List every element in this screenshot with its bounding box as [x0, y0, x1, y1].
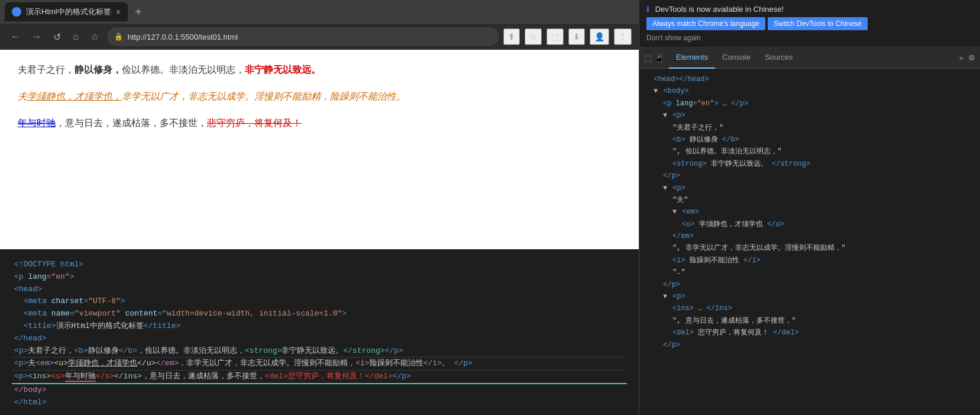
elem-p1-text2: ", 俭以养德。非淡泊无以明志，"	[670, 146, 978, 157]
body-triangle[interactable]: ▼	[654, 85, 658, 97]
p1-mid: 俭以养德。非淡泊无以明志，	[122, 65, 245, 75]
tab-sources[interactable]: Sources	[758, 47, 800, 69]
home-button[interactable]: ⌂	[69, 29, 82, 44]
inspect-buttons: ⬚ 📱	[644, 53, 664, 63]
dont-show-again-button[interactable]: Don't show again	[646, 34, 973, 42]
bookmark-button[interactable]: ☆	[87, 29, 102, 45]
elem-p1-text1: "夫君子之行，"	[670, 122, 978, 134]
p2-em: 学须静也，才须学也，	[27, 91, 122, 101]
fav-button[interactable]: ☆	[525, 28, 542, 45]
main-layout: 演示Html中的格式化标签 × + ← → ↺ ⌂ ☆ 🔒 http://127…	[0, 0, 980, 415]
src-line-6: <title>演示Html中的格式化标签</title>	[21, 320, 627, 333]
elem-strong[interactable]: <strong> 非宁静无以致远。 </strong>	[670, 158, 978, 170]
devtools-banner: ℹ DevTools is now available in Chinese! …	[639, 0, 980, 47]
devtools-panel: ℹ DevTools is now available in Chinese! …	[639, 0, 980, 415]
nav-bar: ← → ↺ ⌂ ☆ 🔒 http://127.0.0.1:5500/test01…	[0, 24, 639, 50]
src-p-lang: <p lang="en">	[14, 272, 74, 281]
tab-elements[interactable]: Elements	[669, 47, 715, 69]
p1-triangle[interactable]: ▼	[663, 111, 667, 120]
elem-p3[interactable]: ▼ <p>	[661, 291, 978, 303]
p3-mid: ，意与日去，遂成枯落，多不接世，	[56, 118, 207, 128]
lock-icon: 🔒	[114, 33, 123, 41]
elem-p1-close: </p>	[661, 170, 978, 182]
device-emulation-button[interactable]: 📱	[654, 53, 664, 63]
elem-p3-text1: ", 意与日去，遂成枯落，多不接世，"	[670, 315, 978, 327]
src-line-2: <p lang="en">	[12, 271, 627, 284]
always-match-button[interactable]: Always match Chrome's language	[646, 17, 765, 30]
elem-p3-close: </p>	[661, 339, 978, 351]
src-line-4: <meta charset="UTF-8">	[21, 295, 627, 308]
page-content: 夫君子之行，静以修身，俭以养德。非淡泊无以明志，非宁静无以致远。 夫学须静也，才…	[0, 50, 639, 249]
devtools-more-tabs[interactable]: »	[959, 53, 963, 62]
elem-p2-close: </p>	[661, 279, 978, 291]
src-line-8: <p>夫君子之行，<b>静以修身</b>，俭以养德。非淡泊无以明志，<stron…	[12, 345, 627, 358]
tab-sources-label: Sources	[765, 53, 793, 62]
elem-p1[interactable]: ▼ <p>	[661, 110, 978, 121]
source-panel: <!DOCTYPE html> <p lang="en"> <head> <me…	[0, 249, 639, 415]
elem-u[interactable]: <u> 学须静也，才须学也 </u>	[680, 218, 978, 230]
elem-em[interactable]: ▼ <em>	[670, 206, 978, 218]
elem-p2-text1: "夫"	[670, 194, 978, 206]
paragraph-3: 年与时驰，意与日去，遂成枯落，多不接世，悲守穷庐，将复何及！	[18, 115, 621, 132]
tab-close-button[interactable]: ×	[116, 7, 121, 17]
elem-head[interactable]: <head></head>	[651, 73, 978, 85]
em-triangle[interactable]: ▼	[672, 208, 677, 216]
p3-triangle[interactable]: ▼	[663, 292, 667, 301]
p2-pre: 夫	[18, 91, 27, 101]
download-button[interactable]: ⬇	[568, 28, 585, 45]
banner-title-row: ℹ DevTools is now available in Chinese!	[646, 5, 973, 14]
elem-del[interactable]: <del> 悲守穷庐，将复何及！ </del>	[670, 327, 978, 339]
elem-i[interactable]: <i> 险躁则不能治性 </i>	[670, 255, 978, 266]
menu-button[interactable]: ⋮	[614, 28, 632, 45]
devtools-tab-bar: ⬚ 📱 Elements Console Sources » ⚙	[639, 47, 980, 69]
src-head-open: <head>	[14, 285, 42, 294]
p1-bold: 静以修身，	[75, 65, 122, 75]
p1-strong: 非宁静无以致远。	[245, 65, 321, 75]
banner-buttons: Always match Chrome's language Switch De…	[646, 17, 973, 30]
paragraph-1: 夫君子之行，静以修身，俭以养德。非淡泊无以明志，非宁静无以致远。	[18, 62, 621, 79]
tab-elements-label: Elements	[676, 53, 708, 62]
src-line-10: <p><ins><s>年与时驰</s></ins>，意与日去，遂成枯落，多不接世…	[12, 371, 627, 384]
p3-ins: 年与时驰	[18, 118, 56, 128]
elem-p2[interactable]: ▼ <p>	[661, 182, 978, 194]
share-button[interactable]: ⬆	[503, 28, 520, 45]
tab-title: 演示Html中的格式化标签	[26, 7, 111, 17]
devtools-settings-button[interactable]: ⚙	[968, 53, 975, 62]
inspect-cursor-button[interactable]: ⬚	[644, 53, 652, 63]
tab-bar: 演示Html中的格式化标签 × +	[0, 0, 639, 24]
browser-window: 演示Html中的格式化标签 × + ← → ↺ ⌂ ☆ 🔒 http://127…	[0, 0, 639, 415]
profile-button[interactable]: 👤	[590, 28, 609, 45]
p2-mid: 非学无以广才，非志无以成学。淫慢则不能励精，	[122, 91, 330, 101]
forward-button[interactable]: →	[28, 29, 45, 44]
switch-chinese-button[interactable]: Switch DevTools to Chinese	[768, 17, 868, 30]
url-text: http://127.0.0.1:5500/test01.html	[128, 33, 238, 41]
cast-button[interactable]: ⬚	[546, 28, 564, 45]
src-line-3: <head>	[12, 284, 627, 296]
tab-favicon	[12, 7, 21, 17]
elem-ins[interactable]: <ins> … </ins>	[670, 303, 978, 314]
back-button[interactable]: ←	[7, 29, 24, 44]
new-tab-button[interactable]: +	[130, 5, 147, 19]
src-line-11: </body>	[12, 384, 627, 397]
elem-b[interactable]: <b> 静以修身 </b>	[670, 134, 978, 146]
src-line-7: </head>	[12, 333, 627, 345]
p3-s: 年与时驰	[18, 118, 56, 128]
banner-title-text: DevTools is now available in Chinese!	[655, 5, 784, 14]
p2-post: 。	[396, 91, 406, 101]
p3-del: 悲守穷庐，将复何及！	[207, 118, 302, 128]
elem-em-close: </em>	[670, 230, 978, 242]
reload-button[interactable]: ↺	[50, 29, 64, 45]
src-doctype: <!DOCTYPE html>	[14, 260, 83, 269]
elements-panel: <head></head> ▼ <body> <p lang="en"> … <…	[639, 69, 980, 415]
active-tab[interactable]: 演示Html中的格式化标签 ×	[5, 2, 128, 21]
address-bar[interactable]: 🔒 http://127.0.0.1:5500/test01.html	[107, 27, 499, 46]
src-line-1: <!DOCTYPE html>	[12, 259, 627, 271]
info-icon: ℹ	[646, 5, 649, 14]
src-line-5: <meta name="viewport" content="width=dev…	[21, 308, 627, 320]
p2-triangle[interactable]: ▼	[663, 184, 667, 192]
elem-body[interactable]: ▼ <body>	[651, 85, 978, 97]
src-line-9: <p>夫<em><u>学须静也，才须学也</u></em>，非学无以广才，非志无…	[12, 358, 627, 371]
p1-text: 夫君子之行，	[18, 65, 75, 75]
tab-console[interactable]: Console	[715, 47, 758, 69]
elem-p-lang[interactable]: <p lang="en"> … </p>	[661, 98, 978, 110]
